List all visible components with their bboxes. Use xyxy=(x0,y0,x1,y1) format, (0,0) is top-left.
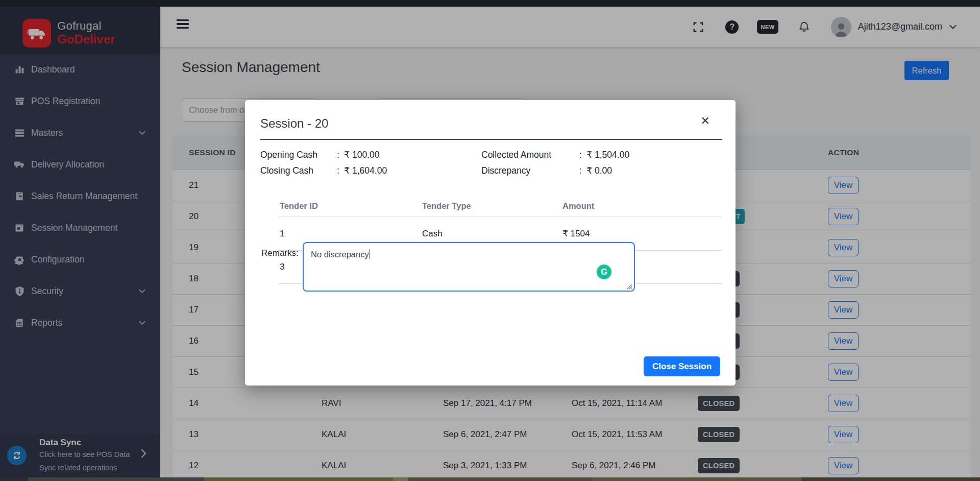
close-session-button[interactable]: Close Session xyxy=(644,356,720,376)
grammarly-icon[interactable]: G xyxy=(597,264,611,279)
collected-amount-value: ₹ 1,504.00 xyxy=(586,150,629,160)
session-detail-modal: Session - 20 ✕ Opening Cash : ₹ 100.00 C… xyxy=(245,100,736,386)
tender-cell-id: 1 xyxy=(278,229,422,239)
collected-amount-label: Collected Amount xyxy=(481,150,579,160)
tender-cell-type: Cash xyxy=(422,229,562,239)
tender-cell-amount: ₹ 1504 xyxy=(562,228,695,239)
opening-cash-value: ₹ 100.00 xyxy=(344,150,380,160)
remarks-text: No discrepancy xyxy=(311,250,369,259)
text-caret xyxy=(370,249,371,259)
session-summary: Opening Cash : ₹ 100.00 Collected Amount… xyxy=(260,147,720,179)
closing-cash-label: Closing Cash xyxy=(260,165,337,176)
discrepancy-label: Discrepancy xyxy=(481,165,579,176)
remarks-textarea[interactable]: No discrepancy G xyxy=(303,242,635,292)
tender-header-row: Tender ID Tender Type Amount xyxy=(278,195,722,217)
tender-id-header: Tender ID xyxy=(278,201,422,211)
discrepancy-value: ₹ 0.00 xyxy=(586,165,612,176)
resize-handle-icon[interactable] xyxy=(625,282,632,290)
close-icon[interactable]: ✕ xyxy=(701,115,710,127)
tender-amount-header: Amount xyxy=(562,201,695,211)
modal-divider xyxy=(260,139,722,140)
app-root: Gofrugal GoDeliver Dashboard POS Registr… xyxy=(0,0,980,481)
desktop-edge-strip xyxy=(0,477,980,481)
closing-cash-value: ₹ 1,604.00 xyxy=(344,165,387,176)
remarks-label: Remarks: xyxy=(261,248,299,258)
tender-type-header: Tender Type xyxy=(422,201,562,211)
opening-cash-label: Opening Cash xyxy=(260,150,337,160)
modal-title: Session - 20 xyxy=(260,116,328,131)
